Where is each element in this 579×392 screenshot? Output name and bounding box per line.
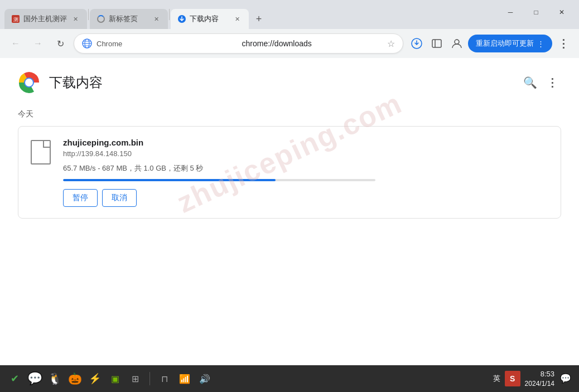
page-header-actions: 🔍 ⋮ [521,74,561,91]
file-icon [31,140,51,164]
taskbar-grid-icon[interactable]: ⊞ [127,371,143,386]
taskbar-check-icon[interactable]: ✔ [7,371,22,386]
svg-text:测: 测 [13,17,18,22]
taskbar: ✔ 💬 🐧 🎃 ⚡ ▣ ⊞ ⊓ 📶 🔊 英 S 8:53 2024/1/14 💬 [0,365,579,392]
tab-2[interactable]: 新标签页 ✕ [90,9,168,29]
bookmark-icon[interactable]: ☆ [387,38,395,49]
taskbar-app4-icon[interactable]: 🎃 [67,371,83,386]
taskbar-time: 8:53 [525,369,554,379]
sidebar-icon-btn[interactable] [428,35,446,52]
toolbar-right: 重新启动即可更新 ⋮ ⋮ [408,35,572,52]
tab-1[interactable]: 测 国外主机测评 ✕ [4,9,87,29]
update-button[interactable]: 重新启动即可更新 ⋮ [468,35,552,52]
update-button-label: 重新启动即可更新 [476,38,534,49]
taskbar-time-area: 8:53 2024/1/14 [525,369,554,389]
download-filename: zhujiceping.com.bin [63,138,549,147]
tab2-favicon [96,14,105,23]
taskbar-wechat-icon[interactable]: 💬 [27,371,42,386]
more-button[interactable]: ⋮ [543,74,561,91]
address-url: chrome://downloads [242,39,383,48]
tab1-close[interactable]: ✕ [70,14,80,24]
address-favicon [82,38,92,49]
address-bar[interactable]: Chrome chrome://downloads ☆ [74,33,403,54]
taskbar-notification-icon[interactable]: 💬 [559,372,572,385]
search-button[interactable]: 🔍 [521,74,539,91]
cancel-button[interactable]: 取消 [102,189,137,207]
taskbar-date: 2024/1/14 [525,379,554,389]
taskbar-right: 英 S 8:53 2024/1/14 💬 [493,369,572,389]
progress-bar-fill [63,179,276,181]
tab-separator-1 [88,9,89,20]
chrome-logo [18,71,40,94]
download-url: http://139.84.148.150 [63,149,549,158]
maximize-button[interactable]: □ [523,3,549,21]
taskbar-penguin-icon[interactable]: 🐧 [47,371,62,386]
download-icon-area [18,138,63,164]
new-tab-button[interactable]: + [251,11,267,27]
taskbar-wifi-icon[interactable]: 📶 [177,371,192,386]
tab-separator-2 [169,9,170,20]
taskbar-s-icon[interactable]: S [505,371,520,386]
taskbar-lang: 英 [493,374,500,384]
window-controls: ─ □ ✕ [493,0,579,29]
download-icon-btn[interactable] [408,35,426,52]
tab2-close[interactable]: ✕ [151,14,161,24]
page-wrapper: 下载内容 🔍 ⋮ 今天 zhujiceping.com.bin http://1… [0,58,579,365]
tab-3[interactable]: 下载内容 ✕ [171,9,249,29]
page-content: 下载内容 🔍 ⋮ 今天 zhujiceping.com.bin http://1… [0,58,579,365]
profile-icon-btn[interactable] [448,35,466,52]
taskbar-gpu-icon[interactable]: ▣ [107,371,123,386]
minimize-button[interactable]: ─ [498,3,523,21]
navbar: ← → ↻ Chrome chrome://downloads ☆ [0,29,579,58]
download-status: 65.7 MB/s - 687 MB，共 1.0 GB，还剩 5 秒 [63,163,549,173]
taskbar-monitor-icon[interactable]: ⊓ [157,371,172,386]
pause-button[interactable]: 暂停 [63,189,98,207]
taskbar-volume-icon[interactable]: 🔊 [197,371,213,386]
tab3-close[interactable]: ✕ [232,14,242,24]
tab3-title: 下载内容 [190,14,229,24]
tab3-favicon [177,14,186,23]
close-button[interactable]: ✕ [549,3,575,21]
page-header: 下载内容 🔍 ⋮ [18,71,561,94]
update-menu-icon: ⋮ [537,40,544,48]
tab-strip: 测 国外主机测评 ✕ 新标签页 ✕ 下载内容 [0,0,493,29]
menu-icon-btn[interactable]: ⋮ [554,35,572,52]
address-brand: Chrome [96,40,238,48]
progress-bar-bg [63,179,375,181]
forward-button[interactable]: → [29,35,47,52]
taskbar-bluetooth-icon[interactable]: ⚡ [87,371,103,386]
reload-button[interactable]: ↻ [51,35,69,52]
svg-rect-9 [432,40,441,47]
svg-point-11 [455,40,459,44]
tab1-favicon: 测 [11,14,20,23]
back-button[interactable]: ← [7,35,25,52]
download-actions: 暂停 取消 [63,189,549,207]
page-title: 下载内容 [49,74,103,91]
svg-point-14 [25,79,33,86]
download-card: zhujiceping.com.bin http://139.84.148.15… [18,126,561,219]
tab2-title: 新标签页 [109,14,148,24]
titlebar: 测 国外主机测评 ✕ 新标签页 ✕ 下载内容 [0,0,579,29]
tab1-title: 国外主机测评 [23,14,67,24]
download-info: zhujiceping.com.bin http://139.84.148.15… [63,138,549,207]
taskbar-separator [149,372,150,385]
section-today-label: 今天 [18,109,561,119]
